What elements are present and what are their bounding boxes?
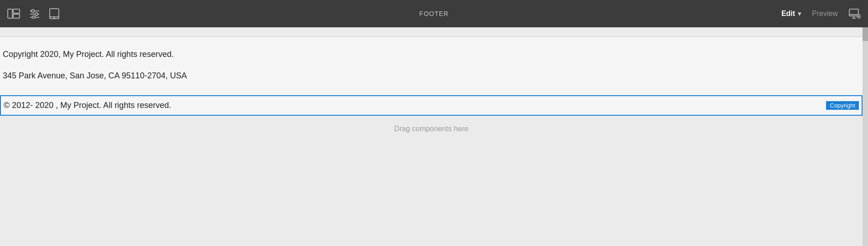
device-icon[interactable] <box>49 8 59 19</box>
drag-zone[interactable]: Drag components here <box>0 116 863 142</box>
svg-rect-1 <box>13 9 20 13</box>
footer-content-area: Copyright 2020, My Project. All rights r… <box>0 36 863 116</box>
svg-rect-0 <box>8 9 12 18</box>
layout-icon[interactable] <box>7 9 20 19</box>
scrollbar-track[interactable] <box>863 27 868 246</box>
footer-text-section: Copyright 2020, My Project. All rights r… <box>0 37 863 93</box>
settings-icon[interactable] <box>29 9 40 19</box>
toolbar: FOOTER Edit ▾ Preview <box>0 0 868 27</box>
footer-selected-row[interactable]: © 2012- 2020 , My Project. All rights re… <box>0 95 863 116</box>
svg-point-8 <box>32 16 35 19</box>
svg-point-6 <box>35 13 38 15</box>
copyright-badge: Copyright <box>826 101 859 110</box>
toolbar-right: Edit ▾ Preview <box>781 9 861 19</box>
svg-point-4 <box>31 10 34 12</box>
toolbar-title: FOOTER <box>419 10 449 17</box>
footer-copyright-text: © 2012- 2020 , My Project. All rights re… <box>4 101 171 110</box>
toolbar-left <box>7 8 59 19</box>
content-region: Copyright 2020, My Project. All rights r… <box>0 27 863 246</box>
preview-button[interactable]: Preview <box>812 10 838 18</box>
footer-line2: 345 Park Avenue, San Jose, CA 95110-2704… <box>3 67 860 84</box>
edit-dropdown-arrow[interactable]: ▾ <box>798 10 801 17</box>
scrollbar-thumb[interactable] <box>863 27 868 41</box>
add-screen-icon[interactable] <box>849 9 861 19</box>
svg-point-11 <box>54 18 55 19</box>
edit-button[interactable]: Edit ▾ <box>781 10 801 18</box>
main-content: Copyright 2020, My Project. All rights r… <box>0 27 868 246</box>
svg-rect-2 <box>13 14 20 18</box>
footer-line1: Copyright 2020, My Project. All rights r… <box>3 46 860 63</box>
